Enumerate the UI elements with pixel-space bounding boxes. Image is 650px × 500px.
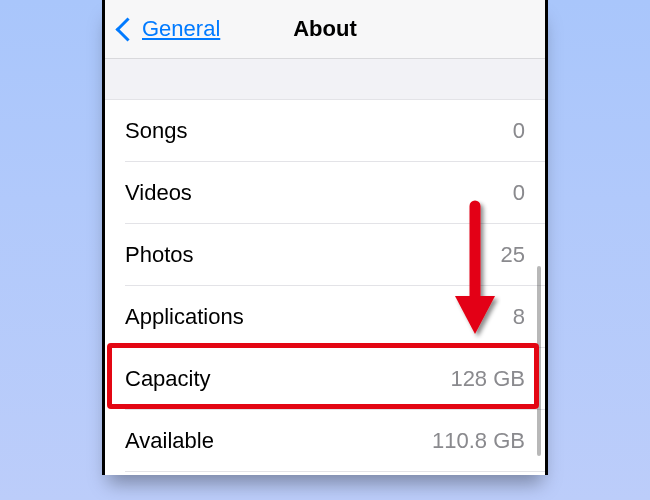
row-videos[interactable]: Videos 0 bbox=[105, 162, 545, 224]
row-photos[interactable]: Photos 25 bbox=[105, 224, 545, 286]
navbar: General About bbox=[105, 0, 545, 59]
row-songs[interactable]: Songs 0 bbox=[105, 100, 545, 162]
section-spacer bbox=[105, 59, 545, 100]
back-button[interactable]: General bbox=[113, 0, 220, 58]
row-available[interactable]: Available 110.8 GB bbox=[105, 410, 545, 472]
phone-screen: General About Songs 0 Videos 0 Photos 25… bbox=[102, 0, 548, 475]
scroll-indicator bbox=[537, 266, 541, 456]
chevron-left-icon bbox=[115, 17, 139, 41]
row-label: Capacity bbox=[125, 366, 211, 392]
row-value: 0 bbox=[513, 180, 525, 206]
row-label: Available bbox=[125, 428, 214, 454]
row-value: 25 bbox=[501, 242, 525, 268]
row-label: Videos bbox=[125, 180, 192, 206]
about-list: Songs 0 Videos 0 Photos 25 Applications … bbox=[105, 100, 545, 472]
row-label: Photos bbox=[125, 242, 194, 268]
row-label: Songs bbox=[125, 118, 187, 144]
back-label: General bbox=[142, 16, 220, 42]
row-applications[interactable]: Applications 8 bbox=[105, 286, 545, 348]
backdrop: General About Songs 0 Videos 0 Photos 25… bbox=[0, 0, 650, 500]
row-label: Applications bbox=[125, 304, 244, 330]
row-value: 128 GB bbox=[450, 366, 525, 392]
row-capacity[interactable]: Capacity 128 GB bbox=[105, 348, 545, 410]
row-value: 0 bbox=[513, 118, 525, 144]
row-value: 110.8 GB bbox=[432, 428, 525, 454]
row-value: 8 bbox=[513, 304, 525, 330]
